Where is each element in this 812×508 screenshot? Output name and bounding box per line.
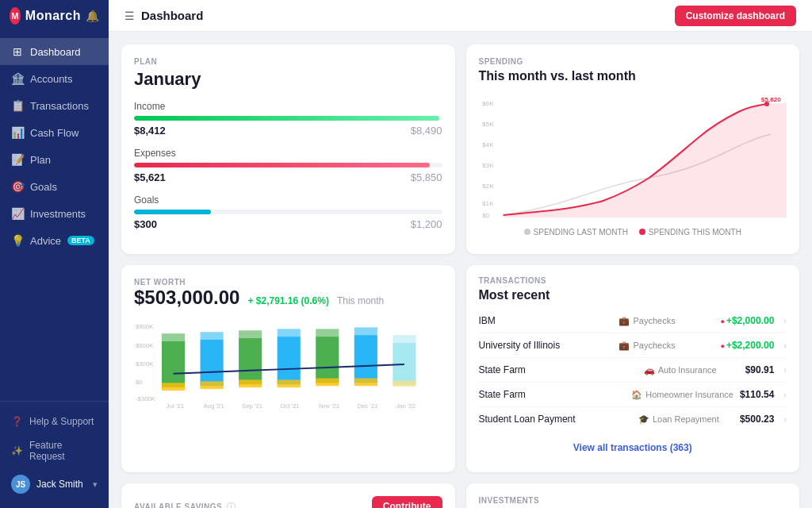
trans-amount-1: ●+$2,200.00 bbox=[720, 340, 774, 351]
transaction-row[interactable]: Student Loan Payment 🎓 Loan Repayment $5… bbox=[479, 407, 787, 431]
transaction-row[interactable]: University of Illinois 💼 Paychecks ●+$2,… bbox=[479, 333, 787, 358]
svg-text:Jan '22: Jan '22 bbox=[396, 402, 416, 410]
trans-cat-0: 💼 Paychecks bbox=[619, 316, 714, 326]
contribute-button[interactable]: Contribute bbox=[372, 496, 442, 508]
feature-icon: ✨ bbox=[11, 445, 23, 456]
sidebar-item-accounts[interactable]: 🏦Accounts bbox=[0, 65, 109, 92]
income-budget-item: Income $8,412 $8,490 bbox=[134, 101, 442, 137]
svg-text:Day 19: Day 19 bbox=[641, 221, 659, 221]
networth-card: NET WORTH $503,000.00 + $2,791.16 (0.6%)… bbox=[121, 265, 455, 472]
trans-amount-4: $500.23 bbox=[740, 414, 774, 425]
svg-text:$1K: $1K bbox=[482, 200, 494, 207]
trans-amount-2: $90.91 bbox=[745, 364, 775, 375]
svg-rect-41 bbox=[316, 329, 339, 337]
svg-rect-33 bbox=[239, 330, 262, 338]
svg-rect-25 bbox=[162, 333, 185, 341]
goals-bar-bg bbox=[134, 210, 442, 214]
goals-target: $1,200 bbox=[411, 218, 442, 230]
sidebar-item-transactions[interactable]: 📋Transactions bbox=[0, 92, 109, 119]
dashboard-icon: ⊞ bbox=[11, 45, 24, 58]
svg-rect-44 bbox=[354, 335, 377, 383]
bell-icon[interactable]: 🔔 bbox=[86, 10, 99, 22]
trans-cat-1: 💼 Paychecks bbox=[619, 341, 714, 351]
spending-chart: $6K $5K $4K $3K $2K $1K $0 $5,620 bbox=[479, 94, 787, 221]
svg-text:$600K: $600K bbox=[136, 342, 154, 349]
svg-rect-34 bbox=[239, 379, 262, 387]
svg-text:Day 7: Day 7 bbox=[549, 221, 564, 221]
sidebar-item-dashboard[interactable]: ⊞Dashboard bbox=[0, 38, 109, 65]
trans-chevron-3: › bbox=[783, 390, 787, 399]
svg-text:Dec '21: Dec '21 bbox=[358, 402, 378, 410]
sidebar-item-help[interactable]: ❓ Help & Support bbox=[0, 410, 109, 433]
svg-text:Day 4: Day 4 bbox=[525, 221, 540, 221]
sidebar-item-feature[interactable]: ✨ Feature Request bbox=[0, 433, 109, 468]
networth-period: This month bbox=[337, 295, 384, 306]
spending-label: SPENDING bbox=[479, 57, 787, 66]
svg-text:-$300K: -$300K bbox=[136, 395, 156, 402]
nav-label-dashboard: Dashboard bbox=[30, 46, 81, 58]
info-icon[interactable]: ⓘ bbox=[227, 501, 236, 509]
networth-svg-chart: $900K $600K $300K $0 -$300K Jul '21 Aug bbox=[134, 318, 442, 414]
spending-svg-chart: $6K $5K $4K $3K $2K $1K $0 $5,620 bbox=[479, 94, 787, 221]
menu-icon[interactable]: ☰ bbox=[124, 10, 135, 22]
accounts-icon: 🏦 bbox=[11, 72, 24, 85]
trans-name-1: University of Illinois bbox=[479, 340, 613, 351]
savings-label-row: AVAILABLE SAVINGS ⓘ bbox=[134, 501, 236, 509]
plan-card: PLAN January Income $8,412 $8,490 Expens… bbox=[121, 44, 455, 254]
expenses-amounts: $5,621 $5,850 bbox=[134, 171, 442, 183]
logo-icon: M bbox=[10, 7, 21, 25]
sidebar-item-cashflow[interactable]: 📊Cash Flow bbox=[0, 119, 109, 146]
transaction-row[interactable]: State Farm 🚗 Auto Insurance $90.91 › bbox=[479, 358, 787, 383]
networth-label: NET WORTH bbox=[134, 278, 442, 287]
svg-rect-49 bbox=[393, 335, 416, 343]
transactions-title: Most recent bbox=[479, 288, 787, 302]
feature-label: Feature Request bbox=[29, 440, 98, 462]
nav-label-cashflow: Cash Flow bbox=[30, 127, 79, 139]
svg-text:$300K: $300K bbox=[136, 360, 154, 368]
transaction-row[interactable]: State Farm 🏠 Homeowner Insurance $110.54… bbox=[479, 383, 787, 407]
nav-label-accounts: Accounts bbox=[30, 73, 72, 85]
cat-emoji-0: 💼 bbox=[619, 316, 630, 326]
expenses-bar-bg bbox=[134, 163, 442, 167]
help-label: Help & Support bbox=[29, 416, 94, 427]
plan-icon: 📝 bbox=[11, 153, 24, 166]
transactions-list: IBM 💼 Paychecks ●+$2,000.00 › University… bbox=[479, 309, 787, 431]
trans-chevron-1: › bbox=[783, 341, 787, 350]
svg-text:Day 25: Day 25 bbox=[685, 221, 703, 221]
expenses-current: $5,621 bbox=[134, 171, 166, 183]
trans-name-3: State Farm bbox=[479, 389, 626, 400]
dashboard-content: PLAN January Income $8,412 $8,490 Expens… bbox=[109, 32, 812, 508]
savings-label: AVAILABLE SAVINGS bbox=[134, 502, 222, 509]
sidebar-item-advice[interactable]: 💡AdviceBETA bbox=[0, 227, 109, 254]
svg-text:Day 16: Day 16 bbox=[618, 221, 636, 221]
customize-dashboard-button[interactable]: Customize dashboard bbox=[675, 6, 796, 26]
sidebar-item-goals[interactable]: 🎯Goals bbox=[0, 173, 109, 200]
trans-chevron-0: › bbox=[783, 316, 787, 325]
sidebar-footer: ❓ Help & Support ✨ Feature Request JS Ja… bbox=[0, 401, 109, 508]
sidebar-item-investments[interactable]: 📈Investments bbox=[0, 200, 109, 227]
svg-rect-40 bbox=[316, 337, 339, 383]
transaction-row[interactable]: IBM 💼 Paychecks ●+$2,000.00 › bbox=[479, 309, 787, 333]
svg-text:$5K: $5K bbox=[482, 121, 494, 128]
transactions-icon: 📋 bbox=[11, 99, 24, 112]
svg-text:$2K: $2K bbox=[482, 183, 494, 190]
svg-rect-37 bbox=[278, 329, 301, 337]
svg-text:$3K: $3K bbox=[482, 162, 494, 169]
trans-chevron-4: › bbox=[783, 414, 787, 424]
investments-label: INVESTMENTS bbox=[479, 496, 787, 505]
svg-point-8 bbox=[764, 102, 768, 106]
svg-rect-28 bbox=[201, 340, 224, 386]
goals-label: Goals bbox=[134, 194, 442, 206]
svg-text:Jul '21: Jul '21 bbox=[167, 402, 184, 410]
goals-bar-fill bbox=[134, 210, 211, 214]
goals-icon: 🎯 bbox=[11, 180, 24, 193]
income-label: Income bbox=[134, 101, 442, 112]
trans-cat-4: 🎓 Loan Repayment bbox=[638, 414, 733, 425]
spending-card: SPENDING This month vs. last month $6K $… bbox=[466, 44, 800, 254]
sidebar-item-plan[interactable]: 📝Plan bbox=[0, 146, 109, 173]
trans-amount-0: ●+$2,000.00 bbox=[720, 315, 774, 326]
user-profile[interactable]: JS Jack Smith ▾ bbox=[0, 468, 109, 500]
svg-text:Day 22: Day 22 bbox=[664, 221, 682, 221]
view-all-transactions-button[interactable]: View all transactions (363) bbox=[479, 434, 787, 461]
trans-amount-3: $110.54 bbox=[740, 389, 774, 400]
